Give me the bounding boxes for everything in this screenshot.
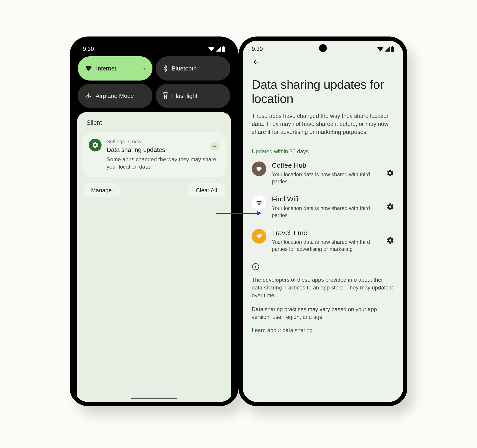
svg-rect-4 [391, 47, 394, 52]
app-subtitle: Your location data is now shared with th… [272, 171, 381, 185]
battery-icon [391, 46, 394, 52]
bluetooth-icon [163, 65, 167, 72]
back-button[interactable] [252, 58, 394, 66]
app-name: Coffee Hub [272, 161, 381, 169]
wifi-icon [377, 47, 383, 52]
qs-tile-label: Flashlight [172, 92, 197, 100]
svg-rect-0 [222, 47, 225, 52]
chevron-right-icon: › [143, 65, 145, 72]
settings-app-icon [89, 139, 101, 152]
app-name: Find Wifi [272, 195, 381, 203]
clear-all-button[interactable]: Clear All [187, 183, 226, 197]
signal-icon [216, 47, 221, 52]
app-icon [252, 229, 266, 244]
status-time: 9:30 [252, 46, 263, 52]
page-description: These apps have changed the way they sha… [252, 112, 394, 136]
airplane-icon [85, 93, 91, 99]
notification-body: Some apps changed the way they may share… [107, 156, 219, 171]
notification-title: Data sharing updates [107, 147, 219, 153]
notification-shade: Silent Settings • now Data sharing updat… [77, 112, 231, 402]
qs-tile-internet[interactable]: Internet › [78, 56, 152, 81]
app-list-item[interactable]: Coffee HubYour location data is now shar… [252, 161, 394, 185]
expand-toggle[interactable] [210, 142, 219, 151]
notification-card[interactable]: Settings • now Data sharing updates Some… [82, 132, 226, 177]
qs-tile-airplane[interactable]: Airplane Mode [78, 84, 152, 108]
svg-rect-1 [223, 46, 225, 47]
svg-rect-5 [392, 46, 394, 47]
section-header-silent: Silent [82, 119, 226, 126]
qs-tile-label: Bluetooth [172, 65, 197, 72]
app-subtitle: Your location data is now shared with th… [272, 205, 381, 219]
notification-source: Settings • now [107, 139, 219, 145]
battery-icon [222, 46, 225, 52]
app-list-item[interactable]: Find WifiYour location data is now share… [252, 195, 394, 219]
qs-tile-bluetooth[interactable]: Bluetooth [156, 56, 230, 81]
front-camera [319, 44, 327, 52]
status-time: 9:30 [83, 46, 94, 52]
quick-settings-grid: Internet › Bluetooth Airplane Mode Flash… [74, 54, 234, 112]
wifi-icon [208, 47, 214, 52]
info-paragraph: Data sharing practices may vary based on… [252, 306, 394, 321]
info-paragraph: The developers of these apps provided in… [252, 276, 394, 299]
app-settings-button[interactable] [386, 203, 394, 212]
arrow-left-icon [252, 58, 260, 66]
app-list-item[interactable]: Travel TimeYour location data is now sha… [252, 229, 394, 253]
status-icons [208, 46, 225, 52]
app-settings-button[interactable] [386, 169, 394, 178]
svg-rect-7 [255, 266, 256, 268]
app-subtitle: Your location data is now shared with th… [272, 239, 381, 253]
qs-tile-flashlight[interactable]: Flashlight [156, 84, 230, 108]
app-name: Travel Time [272, 229, 381, 237]
qs-tile-label: Internet [96, 65, 116, 72]
manage-button[interactable]: Manage [82, 183, 120, 197]
info-icon [252, 263, 260, 271]
info-icon-row [252, 263, 394, 271]
app-icon [252, 161, 266, 176]
section-subheading: Updated within 30 days [252, 148, 394, 155]
learn-more-link[interactable]: Learn about data sharing [252, 327, 394, 334]
app-settings-button[interactable] [386, 236, 394, 245]
wifi-icon [85, 66, 92, 71]
signal-icon [385, 47, 390, 52]
home-indicator[interactable] [131, 398, 177, 399]
qs-tile-label: Airplane Mode [96, 92, 134, 100]
gear-icon [92, 142, 99, 148]
page-title: Data sharing updates for location [252, 77, 394, 106]
app-icon [252, 195, 266, 210]
svg-rect-8 [255, 265, 256, 265]
flashlight-icon [163, 92, 168, 99]
status-bar: 9:30 [74, 41, 234, 54]
status-icons [377, 46, 394, 52]
chevron-up-icon [213, 145, 217, 148]
